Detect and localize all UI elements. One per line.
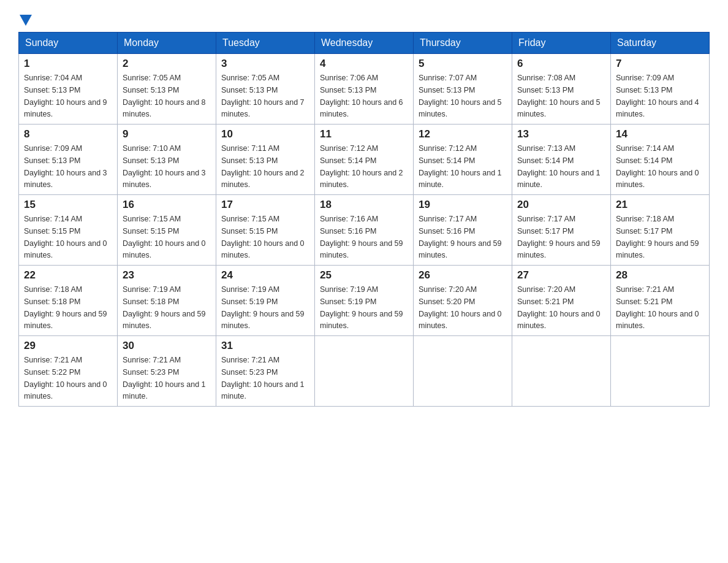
calendar-cell: 19 Sunrise: 7:17 AMSunset: 5:16 PMDaylig… xyxy=(414,195,512,266)
day-info: Sunrise: 7:19 AMSunset: 5:19 PMDaylight:… xyxy=(320,285,403,330)
day-info: Sunrise: 7:18 AMSunset: 5:18 PMDaylight:… xyxy=(24,285,107,330)
calendar-cell xyxy=(315,336,414,407)
calendar-cell xyxy=(414,336,512,407)
calendar-cell: 21 Sunrise: 7:18 AMSunset: 5:17 PMDaylig… xyxy=(611,195,710,266)
header-wednesday: Wednesday xyxy=(315,33,414,54)
day-info: Sunrise: 7:08 AMSunset: 5:13 PMDaylight:… xyxy=(517,74,601,118)
week-row-3: 15 Sunrise: 7:14 AMSunset: 5:15 PMDaylig… xyxy=(19,195,710,266)
day-info: Sunrise: 7:21 AMSunset: 5:21 PMDaylight:… xyxy=(616,285,699,330)
calendar-cell: 24 Sunrise: 7:19 AMSunset: 5:19 PMDaylig… xyxy=(216,266,315,336)
header-saturday: Saturday xyxy=(611,33,710,54)
day-number: 11 xyxy=(320,128,408,140)
day-info: Sunrise: 7:12 AMSunset: 5:14 PMDaylight:… xyxy=(419,144,502,189)
calendar-cell: 17 Sunrise: 7:15 AMSunset: 5:15 PMDaylig… xyxy=(216,195,315,266)
day-number: 17 xyxy=(221,199,309,211)
logo xyxy=(18,12,32,26)
day-info: Sunrise: 7:05 AMSunset: 5:13 PMDaylight:… xyxy=(221,74,305,118)
calendar-cell: 4 Sunrise: 7:06 AMSunset: 5:13 PMDayligh… xyxy=(315,54,414,124)
calendar-cell: 8 Sunrise: 7:09 AMSunset: 5:13 PMDayligh… xyxy=(19,124,118,195)
header-sunday: Sunday xyxy=(19,33,118,54)
day-number: 4 xyxy=(320,58,408,70)
calendar-cell: 28 Sunrise: 7:21 AMSunset: 5:21 PMDaylig… xyxy=(611,266,710,336)
day-info: Sunrise: 7:21 AMSunset: 5:22 PMDaylight:… xyxy=(24,356,107,400)
calendar-cell: 12 Sunrise: 7:12 AMSunset: 5:14 PMDaylig… xyxy=(414,124,512,195)
calendar-cell: 6 Sunrise: 7:08 AMSunset: 5:13 PMDayligh… xyxy=(512,54,611,124)
header-thursday: Thursday xyxy=(414,33,512,54)
calendar-cell: 25 Sunrise: 7:19 AMSunset: 5:19 PMDaylig… xyxy=(315,266,414,336)
calendar-body: 1 Sunrise: 7:04 AMSunset: 5:13 PMDayligh… xyxy=(19,54,710,407)
day-number: 26 xyxy=(419,269,507,282)
week-row-1: 1 Sunrise: 7:04 AMSunset: 5:13 PMDayligh… xyxy=(19,54,710,124)
calendar-cell: 26 Sunrise: 7:20 AMSunset: 5:20 PMDaylig… xyxy=(414,266,512,336)
day-info: Sunrise: 7:07 AMSunset: 5:13 PMDaylight:… xyxy=(419,74,502,118)
calendar-cell: 11 Sunrise: 7:12 AMSunset: 5:14 PMDaylig… xyxy=(315,124,414,195)
day-number: 10 xyxy=(221,128,309,140)
day-info: Sunrise: 7:13 AMSunset: 5:14 PMDaylight:… xyxy=(517,144,601,189)
day-info: Sunrise: 7:10 AMSunset: 5:13 PMDaylight:… xyxy=(123,144,206,189)
day-info: Sunrise: 7:14 AMSunset: 5:14 PMDaylight:… xyxy=(616,144,699,189)
day-number: 21 xyxy=(616,199,704,211)
day-info: Sunrise: 7:19 AMSunset: 5:18 PMDaylight:… xyxy=(123,285,206,330)
day-info: Sunrise: 7:17 AMSunset: 5:17 PMDaylight:… xyxy=(517,215,601,259)
calendar-cell: 1 Sunrise: 7:04 AMSunset: 5:13 PMDayligh… xyxy=(19,54,118,124)
calendar-header: SundayMondayTuesdayWednesdayThursdayFrid… xyxy=(19,33,710,54)
day-number: 23 xyxy=(123,269,211,282)
day-info: Sunrise: 7:18 AMSunset: 5:17 PMDaylight:… xyxy=(616,215,699,259)
calendar-cell xyxy=(512,336,611,407)
day-number: 31 xyxy=(221,340,309,352)
calendar-cell: 13 Sunrise: 7:13 AMSunset: 5:14 PMDaylig… xyxy=(512,124,611,195)
day-info: Sunrise: 7:04 AMSunset: 5:13 PMDaylight:… xyxy=(24,74,107,118)
day-info: Sunrise: 7:19 AMSunset: 5:19 PMDaylight:… xyxy=(221,285,305,330)
day-info: Sunrise: 7:09 AMSunset: 5:13 PMDaylight:… xyxy=(616,74,699,118)
day-number: 16 xyxy=(123,199,211,211)
day-info: Sunrise: 7:15 AMSunset: 5:15 PMDaylight:… xyxy=(221,215,305,259)
day-number: 22 xyxy=(24,269,112,282)
day-info: Sunrise: 7:16 AMSunset: 5:16 PMDaylight:… xyxy=(320,215,403,259)
week-row-2: 8 Sunrise: 7:09 AMSunset: 5:13 PMDayligh… xyxy=(19,124,710,195)
day-number: 1 xyxy=(24,58,112,70)
calendar-cell: 31 Sunrise: 7:21 AMSunset: 5:23 PMDaylig… xyxy=(216,336,315,407)
page-header xyxy=(18,12,710,26)
day-number: 6 xyxy=(517,58,605,70)
calendar-cell: 10 Sunrise: 7:11 AMSunset: 5:13 PMDaylig… xyxy=(216,124,315,195)
day-info: Sunrise: 7:17 AMSunset: 5:16 PMDaylight:… xyxy=(419,215,502,259)
day-number: 19 xyxy=(419,199,507,211)
day-info: Sunrise: 7:14 AMSunset: 5:15 PMDaylight:… xyxy=(24,215,107,259)
day-info: Sunrise: 7:15 AMSunset: 5:15 PMDaylight:… xyxy=(123,215,206,259)
calendar-cell: 16 Sunrise: 7:15 AMSunset: 5:15 PMDaylig… xyxy=(118,195,216,266)
calendar-cell: 5 Sunrise: 7:07 AMSunset: 5:13 PMDayligh… xyxy=(414,54,512,124)
day-number: 28 xyxy=(616,269,704,282)
day-number: 14 xyxy=(616,128,704,140)
day-number: 20 xyxy=(517,199,605,211)
header-monday: Monday xyxy=(118,33,216,54)
day-number: 12 xyxy=(419,128,507,140)
calendar-cell: 3 Sunrise: 7:05 AMSunset: 5:13 PMDayligh… xyxy=(216,54,315,124)
calendar-cell: 7 Sunrise: 7:09 AMSunset: 5:13 PMDayligh… xyxy=(611,54,710,124)
calendar-cell xyxy=(611,336,710,407)
header-tuesday: Tuesday xyxy=(216,33,315,54)
day-info: Sunrise: 7:12 AMSunset: 5:14 PMDaylight:… xyxy=(320,144,403,189)
day-number: 8 xyxy=(24,128,112,140)
day-number: 13 xyxy=(517,128,605,140)
day-info: Sunrise: 7:21 AMSunset: 5:23 PMDaylight:… xyxy=(123,356,206,400)
day-info: Sunrise: 7:20 AMSunset: 5:20 PMDaylight:… xyxy=(419,285,502,330)
day-number: 30 xyxy=(123,340,211,352)
day-number: 5 xyxy=(419,58,507,70)
calendar-cell: 15 Sunrise: 7:14 AMSunset: 5:15 PMDaylig… xyxy=(19,195,118,266)
header-row: SundayMondayTuesdayWednesdayThursdayFrid… xyxy=(19,33,710,54)
day-number: 7 xyxy=(616,58,704,70)
day-number: 29 xyxy=(24,340,112,352)
day-info: Sunrise: 7:21 AMSunset: 5:23 PMDaylight:… xyxy=(221,356,305,400)
day-info: Sunrise: 7:06 AMSunset: 5:13 PMDaylight:… xyxy=(320,74,403,118)
calendar-cell: 30 Sunrise: 7:21 AMSunset: 5:23 PMDaylig… xyxy=(118,336,216,407)
day-info: Sunrise: 7:09 AMSunset: 5:13 PMDaylight:… xyxy=(24,144,107,189)
calendar-table: SundayMondayTuesdayWednesdayThursdayFrid… xyxy=(18,32,710,407)
day-number: 15 xyxy=(24,199,112,211)
logo-triangle-icon xyxy=(20,15,32,26)
calendar-cell: 27 Sunrise: 7:20 AMSunset: 5:21 PMDaylig… xyxy=(512,266,611,336)
day-info: Sunrise: 7:05 AMSunset: 5:13 PMDaylight:… xyxy=(123,74,206,118)
day-number: 18 xyxy=(320,199,408,211)
day-info: Sunrise: 7:20 AMSunset: 5:21 PMDaylight:… xyxy=(517,285,601,330)
day-number: 25 xyxy=(320,269,408,282)
week-row-5: 29 Sunrise: 7:21 AMSunset: 5:22 PMDaylig… xyxy=(19,336,710,407)
